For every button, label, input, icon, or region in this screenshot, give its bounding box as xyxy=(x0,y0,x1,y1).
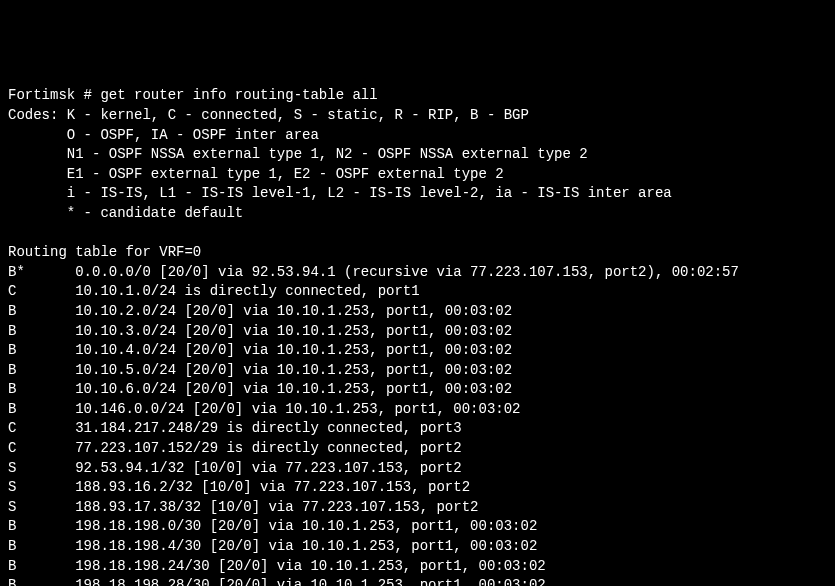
route-entry: B 10.10.4.0/24 [20/0] via 10.10.1.253, p… xyxy=(8,341,827,361)
terminal-output[interactable]: Fortimsk # get router info routing-table… xyxy=(8,86,827,586)
route-entry: S 188.93.17.38/32 [10/0] via 77.223.107.… xyxy=(8,498,827,518)
codes-line: O - OSPF, IA - OSPF inter area xyxy=(8,126,827,146)
codes-line: N1 - OSPF NSSA external type 1, N2 - OSP… xyxy=(8,145,827,165)
codes-line: E1 - OSPF external type 1, E2 - OSPF ext… xyxy=(8,165,827,185)
route-entry: S 188.93.16.2/32 [10/0] via 77.223.107.1… xyxy=(8,478,827,498)
route-entry: B 198.18.198.0/30 [20/0] via 10.10.1.253… xyxy=(8,517,827,537)
route-entry: B 10.10.5.0/24 [20/0] via 10.10.1.253, p… xyxy=(8,361,827,381)
route-entry: B 10.10.6.0/24 [20/0] via 10.10.1.253, p… xyxy=(8,380,827,400)
route-entry: B 10.146.0.0/24 [20/0] via 10.10.1.253, … xyxy=(8,400,827,420)
codes-line: Codes: K - kernel, C - connected, S - st… xyxy=(8,106,827,126)
route-entry: B 198.18.198.28/30 [20/0] via 10.10.1.25… xyxy=(8,576,827,586)
route-entry: B 10.10.2.0/24 [20/0] via 10.10.1.253, p… xyxy=(8,302,827,322)
route-entry: C 31.184.217.248/29 is directly connecte… xyxy=(8,419,827,439)
route-entry: S 92.53.94.1/32 [10/0] via 77.223.107.15… xyxy=(8,459,827,479)
route-entry: B* 0.0.0.0/0 [20/0] via 92.53.94.1 (recu… xyxy=(8,263,827,283)
route-entry: B 198.18.198.4/30 [20/0] via 10.10.1.253… xyxy=(8,537,827,557)
codes-line: * - candidate default xyxy=(8,204,827,224)
route-entry: C 10.10.1.0/24 is directly connected, po… xyxy=(8,282,827,302)
command-line: Fortimsk # get router info routing-table… xyxy=(8,86,827,106)
route-entry: C 77.223.107.152/29 is directly connecte… xyxy=(8,439,827,459)
route-entry: B 198.18.198.24/30 [20/0] via 10.10.1.25… xyxy=(8,557,827,577)
table-header: Routing table for VRF=0 xyxy=(8,243,827,263)
blank-line xyxy=(8,224,827,244)
codes-line: i - IS-IS, L1 - IS-IS level-1, L2 - IS-I… xyxy=(8,184,827,204)
route-entry: B 10.10.3.0/24 [20/0] via 10.10.1.253, p… xyxy=(8,322,827,342)
